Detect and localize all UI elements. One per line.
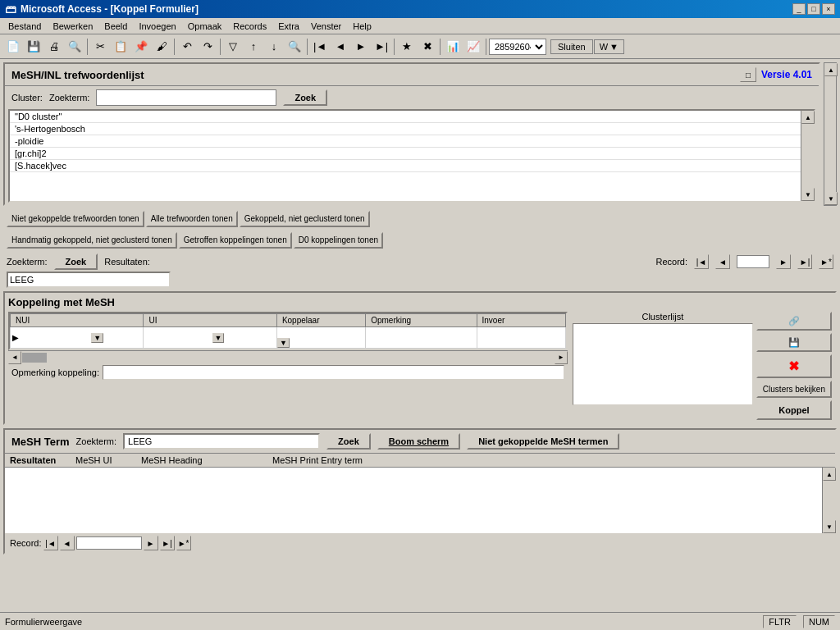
minimize-btn[interactable]: _ [792,3,806,15]
nav-new[interactable]: ►* [819,254,833,269]
new-btn[interactable]: 📄 [3,37,23,57]
nui-input[interactable]: 200000 [23,332,89,342]
niet-gekoppelde-btn[interactable]: Niet gekoppelde MeSH termen [467,433,619,450]
koppel-btn[interactable]: Koppel [756,400,832,420]
menu-venster[interactable]: Venster [306,20,346,33]
first-rec-btn[interactable]: |◄ [310,37,330,57]
format-btn[interactable]: 🖌 [152,37,171,57]
preview-btn[interactable]: 🔍 [65,37,84,57]
opmerking-input[interactable] [366,333,476,343]
koppelaar-input[interactable]: INL [277,327,365,337]
trefwoordenlijst-title: MeSH/INL trefwoordenlijst [11,69,144,81]
ui-dropdown[interactable]: ▼ [212,333,225,343]
last-rec-btn[interactable]: ►| [372,37,391,57]
boom-scherm-btn[interactable]: Boom scherm [377,433,460,450]
sort-asc-btn[interactable]: ↑ [244,37,263,57]
cut-btn[interactable]: ✂ [90,37,110,57]
invoer-input[interactable]: katrier [477,333,565,343]
zoekterm-label2: Zoekterm: [7,257,48,267]
list-item[interactable]: -ploidie [10,135,801,148]
bottom-nav-prev[interactable]: ◄ [60,536,75,550]
zoek-top-btn[interactable]: Zoek [283,89,327,106]
next-rec-btn[interactable]: ► [351,37,371,57]
bottom-nav-first[interactable]: |◄ [43,536,58,550]
zoek-btn2[interactable]: Zoek [54,253,98,270]
record-pos-input[interactable] [737,255,769,268]
copy-btn[interactable]: 📋 [111,37,130,57]
sluiten-btn[interactable]: Sluiten [550,39,593,54]
side-btn-1[interactable]: 🔗 [756,312,832,331]
nav-last[interactable]: ►| [797,254,812,269]
clusters-bekijken-btn[interactable]: Clusters bekijken [756,381,832,398]
menu-opmaak[interactable]: Opmaak [183,20,227,33]
undo-btn[interactable]: ↶ [177,37,197,57]
h-scroll-right[interactable]: ► [555,351,568,364]
button-group-row2: Handmatig gekoppeld, niet geclusterd ton… [3,231,837,250]
print-btn[interactable]: 🖨 [44,37,64,57]
right-scroll-down[interactable]: ▼ [824,192,838,205]
graph-btn[interactable]: 📈 [463,37,483,57]
bottom-nav-last[interactable]: ►| [160,536,175,550]
prev-rec-btn[interactable]: ◄ [331,37,350,57]
btn-gekoppeld-niet-geclusterd[interactable]: Gekoppeld, niet geclusterd tonen [240,211,370,227]
opmerking-koppeling-input[interactable] [103,365,564,380]
nav-next[interactable]: ► [776,254,791,269]
zoekterm-value-input[interactable] [7,272,171,288]
menu-extra[interactable]: Extra [273,20,304,33]
bottom-nav-next[interactable]: ► [144,536,158,550]
koppelaar-dropdown[interactable]: ▼ [277,338,290,348]
nav-first[interactable]: |◄ [694,254,709,269]
expand-btn[interactable]: □ [740,67,756,82]
filter-btn[interactable]: ▽ [223,37,243,57]
list-item[interactable]: [gr.chi]2 [10,148,801,160]
btn-getroffen[interactable]: Getroffen koppelingen tonen [179,232,292,249]
find-btn[interactable]: 🔍 [285,37,304,57]
bottom-nav-new[interactable]: ►* [176,536,191,550]
h-scroll-left[interactable]: ◄ [8,351,21,364]
mesh-zoek-btn[interactable]: Zoek [326,433,371,450]
bottom-record-input[interactable] [76,536,142,550]
record-combo[interactable]: 285926041 [489,39,546,55]
paste-btn[interactable]: 📌 [131,37,151,57]
sort-desc-btn[interactable]: ↓ [264,37,284,57]
h-scrollbar[interactable]: ◄ ► [8,350,568,363]
list-item[interactable]: "D0 cluster" [10,111,801,123]
mesh-scroll-up[interactable]: ▲ [823,468,836,481]
redo-btn[interactable]: ↷ [198,37,217,57]
ui-input[interactable]: D000562 [144,332,209,342]
side-btn-2[interactable]: 💾 [756,333,832,352]
menu-bestand[interactable]: Bestand [3,20,46,33]
view-btn[interactable]: 📊 [443,37,463,57]
mesh-zoekterm-input[interactable] [123,433,320,450]
close-btn[interactable]: × [822,3,835,15]
btn-handmatig[interactable]: Handmatig gekoppeld, niet geclusterd ton… [7,232,177,249]
w-btn[interactable]: W ▼ [594,39,624,54]
nui-dropdown[interactable]: ▼ [91,333,103,343]
right-scroll-up[interactable]: ▲ [824,63,838,76]
restore-btn[interactable]: □ [807,3,820,15]
del-rec-btn[interactable]: ✖ [418,37,437,57]
tref-scrollbar[interactable]: ▲ ▼ [801,111,814,201]
menu-beeld[interactable]: Beeld [99,20,132,33]
list-item[interactable]: 's-Hertogenbosch [10,123,801,135]
nav-prev[interactable]: ◄ [715,254,730,269]
menu-bewerken[interactable]: Bewerken [48,20,98,33]
scroll-down-btn[interactable]: ▼ [801,188,815,201]
menu-records[interactable]: Records [228,20,272,33]
btn-d0[interactable]: D0 koppelingen tonen [294,232,383,249]
scroll-up-btn[interactable]: ▲ [801,111,815,124]
mesh-results-area[interactable] [5,468,822,533]
menu-help[interactable]: Help [348,20,377,33]
btn-alle-trefwoorden[interactable]: Alle trefwoorden tonen [146,211,238,227]
list-item[interactable]: [S.hacek]vec [10,160,801,172]
save-btn[interactable]: 💾 [24,37,43,57]
new-rec-btn[interactable]: ★ [397,37,417,57]
mesh-scroll-down[interactable]: ▼ [823,520,836,533]
side-btn-delete[interactable]: ✖ [756,354,832,378]
menu-invoegen[interactable]: Invoegen [134,20,180,33]
num-indicator: NUM [803,615,835,628]
trefwoordenlijst-list[interactable]: "D0 cluster" 's-Hertogenbosch -ploidie [… [10,111,801,201]
btn-niet-gekoppeld[interactable]: Niet gekoppelde trefwoorden tonen [7,211,144,227]
zoekterm-input[interactable] [96,89,276,106]
scroll-track [801,124,814,188]
